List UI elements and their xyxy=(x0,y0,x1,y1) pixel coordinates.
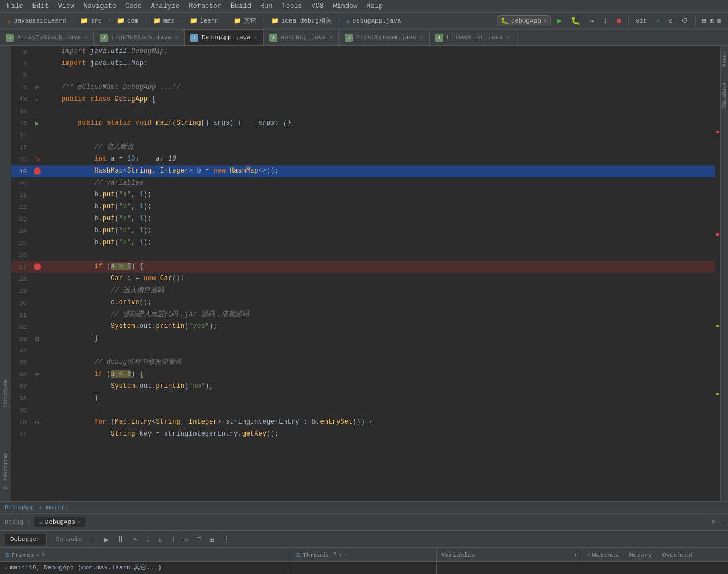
overhead-label: Overhead xyxy=(662,552,693,559)
code-line-27: 27 if (a > 5) { xyxy=(11,261,720,273)
debug-settings-icon[interactable]: ⚙ xyxy=(712,518,716,526)
debug-app-tab-label: DebugApp xyxy=(45,519,75,526)
tab-close-link-to-stack[interactable]: ✕ xyxy=(175,34,178,41)
resume-button[interactable]: ▶ xyxy=(101,534,111,546)
menu-tools[interactable]: Tools xyxy=(277,1,307,11)
step-into-my-code-button[interactable]: ⇓ xyxy=(156,534,165,546)
step-into-debug-button[interactable]: ↓ xyxy=(143,534,152,545)
code-line-3: 3 import java.util.DebugMap; xyxy=(11,46,720,58)
git-commit-button[interactable]: ✓ xyxy=(653,16,664,26)
run-gutter-icon[interactable]: ▶ xyxy=(35,120,39,127)
menu-refactor[interactable]: Refactor xyxy=(184,1,226,11)
menu-build[interactable]: Build xyxy=(226,1,256,11)
git-label[interactable]: Git xyxy=(632,17,651,26)
tab-label-array-to-stack: ArrayToStack.java xyxy=(17,34,81,41)
step-into-button[interactable]: ↓ xyxy=(600,15,611,26)
exec-arrow: ➘ xyxy=(34,155,40,164)
tab-icon-hashmap: J xyxy=(269,34,277,42)
evaluate-expression-button[interactable]: ≡ xyxy=(194,534,203,545)
code-editor[interactable]: 3 import java.util.DebugMap; 4 import ja… xyxy=(11,46,720,501)
left-sidebar: Structure 2: Favorites xyxy=(0,46,11,501)
tab-label-debug-app: DebugApp.java xyxy=(202,34,251,41)
frames-chevron-icon[interactable]: ▾ xyxy=(36,552,40,559)
threads-label: Threads " xyxy=(302,552,336,559)
debug-button[interactable]: 🐛 xyxy=(567,15,584,27)
variables-expand-icon[interactable]: ⬆ xyxy=(574,552,577,559)
show-all-frames-button[interactable]: ⊞ xyxy=(207,534,216,546)
tab-close-debug-app[interactable]: ✕ xyxy=(254,34,257,41)
debug-content: ⧉ Frames ▾ + ☕ main:19, DebugApp (com.ma… xyxy=(0,548,728,574)
pause-button[interactable]: ⏸ xyxy=(114,534,127,545)
toolbar-sep-3 xyxy=(695,15,696,27)
console-tab[interactable]: Console xyxy=(50,534,88,545)
maven-tab[interactable]: Maven xyxy=(721,49,729,69)
tab-close-printstream[interactable]: ✕ xyxy=(420,34,423,41)
menu-analyze[interactable]: Analyze xyxy=(146,1,184,11)
code-line-33: 33 ⊟ } xyxy=(11,333,720,345)
breadcrumb-other[interactable]: 📁 其它 xyxy=(230,15,260,26)
breakpoint-19[interactable] xyxy=(34,167,41,175)
code-scroll[interactable]: 3 import java.util.DebugMap; 4 import ja… xyxy=(11,46,720,501)
tab-hashmap[interactable]: J HashMap.java ✕ xyxy=(264,30,339,45)
frames-row-1[interactable]: ☕ main:19, DebugApp (com.max.learn.其它...… xyxy=(0,562,291,573)
code-line-29: 29 // 进入项目源码 xyxy=(11,285,720,297)
debug-minimize-icon[interactable]: — xyxy=(719,518,723,526)
breakpoint-27[interactable] xyxy=(34,263,41,270)
breadcrumb-com[interactable]: 📁 com xyxy=(113,16,142,26)
menu-run[interactable]: Run xyxy=(256,1,277,11)
threads-chevron-icon[interactable]: ▾ xyxy=(339,552,342,559)
code-line-5: 5 xyxy=(11,69,720,81)
stop-button[interactable]: ■ xyxy=(613,15,624,27)
tab-close-linkedlist[interactable]: ✕ xyxy=(506,34,510,41)
tab-label-link-to-stack: LinkToStack.java xyxy=(111,34,171,41)
debug-app-tab-close[interactable]: ✕ xyxy=(77,519,81,526)
structure-tab[interactable]: Structure xyxy=(3,380,9,408)
tab-array-to-stack[interactable]: J ArrayToStack.java ✕ xyxy=(0,30,94,45)
step-over-button[interactable]: ↷ xyxy=(586,15,598,27)
menu-code[interactable]: Code xyxy=(121,1,146,11)
breadcrumb-idea-label: Idea_debug相关 xyxy=(281,17,332,25)
more-debug-options[interactable]: ⋮ xyxy=(220,534,232,546)
run-to-cursor-button[interactable]: ⇢ xyxy=(181,534,190,546)
git-rollback-button[interactable]: ↺ xyxy=(665,16,676,26)
margin-indicator-2 xyxy=(716,233,719,236)
menu-navigate[interactable]: Navigate xyxy=(79,1,121,11)
tab-close-hashmap[interactable]: ✕ xyxy=(329,34,333,41)
breadcrumb-max[interactable]: 📁 max xyxy=(150,16,178,26)
tab-debug-app[interactable]: J DebugApp.java ✕ xyxy=(185,30,264,45)
breadcrumb-com-label: com xyxy=(127,18,138,24)
menu-edit[interactable]: Edit xyxy=(28,1,54,11)
breadcrumb-src[interactable]: 📁 src xyxy=(77,16,105,26)
git-timer-button[interactable]: ⏱ xyxy=(678,16,692,26)
database-tab[interactable]: Database xyxy=(721,80,729,109)
code-line-21: 21 b.put("a", 1); xyxy=(11,189,720,201)
menu-window[interactable]: Window xyxy=(328,1,362,11)
debug-app-tab[interactable]: ☕ DebugApp ✕ xyxy=(34,517,85,527)
breadcrumb-idea[interactable]: 📁 Idea_debug相关 xyxy=(268,15,335,26)
code-line-40: 40 ⊟ for (Map.Entry<String, Integer> str… xyxy=(11,416,720,428)
code-line-4: 4 import java.util.Map; xyxy=(11,58,720,69)
code-line-37: 37 System.out.println("no"); xyxy=(11,380,720,392)
tab-close-array-to-stack[interactable]: ✕ xyxy=(84,34,88,41)
code-line-16: 16 xyxy=(11,129,720,141)
window-buttons[interactable]: ⊟ ⊞ ⊠ xyxy=(699,16,725,26)
menu-help[interactable]: Help xyxy=(362,1,387,11)
breadcrumb-file[interactable]: ☕ DebugApp.java xyxy=(343,16,404,26)
run-button[interactable]: ▶ xyxy=(553,15,565,27)
code-line-19: 19 HashMap<String, Integer> b = new Hash… xyxy=(11,165,720,177)
tab-linkedlist[interactable]: J LinkedList.java ✕ xyxy=(430,30,516,45)
menu-view[interactable]: View xyxy=(54,1,79,11)
menu-file[interactable]: File xyxy=(2,1,28,11)
breadcrumb-class[interactable]: DebugApp › main() xyxy=(5,504,68,511)
step-over-debug-button[interactable]: ↷ xyxy=(130,534,140,546)
step-out-button[interactable]: ↑ xyxy=(169,534,178,545)
menu-vcs[interactable]: VCS xyxy=(307,1,329,11)
tab-printstream[interactable]: J PrintStream.java ✕ xyxy=(339,30,430,45)
favorites-tab[interactable]: 2: Favorites xyxy=(3,453,9,490)
tab-link-to-stack[interactable]: J LinkToStack.java ✕ xyxy=(94,30,185,45)
project-icon[interactable]: ☕ JavaBasicLearn xyxy=(3,15,69,27)
debugger-tab[interactable]: Debugger xyxy=(5,534,47,545)
debug-config-selector[interactable]: 🐛 DebugApp ▾ xyxy=(497,15,551,26)
breadcrumb-learn[interactable]: 📁 learn xyxy=(186,16,222,26)
code-line-41: 41 String key = stringIntegerEntry.getKe… xyxy=(11,428,720,440)
